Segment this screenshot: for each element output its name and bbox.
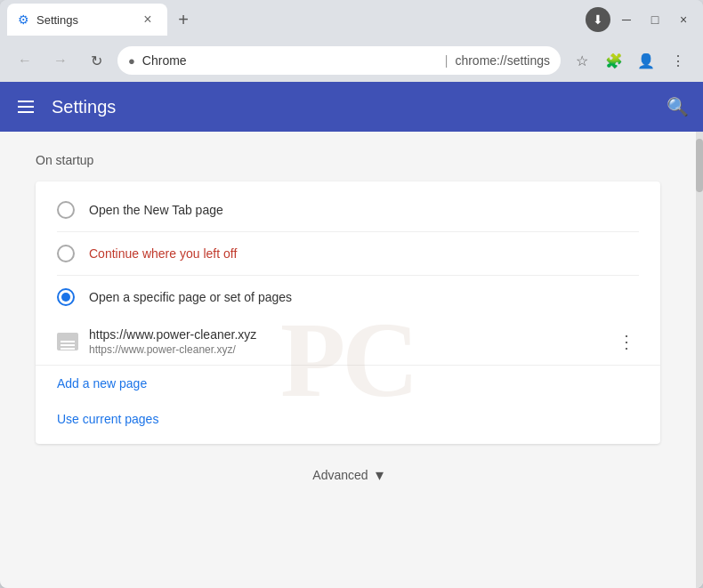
refresh-button[interactable]: ↻ [82, 46, 110, 75]
options-card: Open the New Tab page Continue where you… [36, 181, 660, 444]
menu-icon[interactable]: ⋮ [664, 46, 692, 75]
url-more-button[interactable]: ⋮ [614, 329, 639, 354]
settings-header: Settings 🔍 [0, 82, 703, 132]
radio-circle-continue [57, 245, 75, 262]
radio-label-new-tab: Open the New Tab page [89, 203, 223, 217]
avatar-icon[interactable]: 👤 [632, 46, 660, 75]
titlebar: ⚙ Settings × + ⬇ ─ □ × [0, 0, 703, 39]
url-texts: https://www.power-cleaner.xyz https://ww… [89, 327, 603, 356]
tab-favicon: ⚙ [18, 12, 29, 27]
scrollbar-thumb[interactable] [696, 139, 703, 192]
advanced-row[interactable]: Advanced ▾ [36, 465, 660, 485]
section-title: On startup [36, 153, 660, 167]
advanced-arrow-icon: ▾ [376, 465, 384, 485]
advanced-label: Advanced [312, 468, 368, 482]
url-title: https://www.power-cleaner.xyz [89, 327, 603, 342]
address-box[interactable]: ● Chrome | chrome://settings [117, 46, 561, 75]
radio-option-specific[interactable]: Open a specific page or set of pages [36, 276, 660, 318]
close-button[interactable]: × [671, 7, 696, 32]
radio-label-specific: Open a specific page or set of pages [89, 290, 292, 304]
radio-circle-new-tab [57, 201, 75, 219]
maximize-button[interactable]: □ [642, 7, 667, 32]
scrollbar[interactable] [696, 132, 703, 588]
main-content: PC On startup Open the New Tab page Cont… [0, 132, 696, 588]
extensions-icon[interactable]: 🧩 [600, 46, 628, 75]
url-entry: https://www.power-cleaner.xyz https://ww… [36, 318, 660, 366]
forward-button[interactable]: → [46, 46, 75, 75]
radio-circle-specific [57, 288, 75, 306]
use-current-pages-button[interactable]: Use current pages [36, 401, 660, 437]
browser-window: ⚙ Settings × + ⬇ ─ □ × ← → ↻ ● Chrome | … [0, 0, 703, 588]
bookmark-icon[interactable]: ☆ [568, 46, 596, 75]
toolbar-icons: ☆ 🧩 👤 ⋮ [568, 46, 692, 75]
url-subtitle: https://www.power-cleaner.xyz/ [89, 343, 603, 356]
download-button[interactable]: ⬇ [586, 7, 610, 32]
address-url: chrome://settings [455, 53, 550, 68]
hamburger-menu[interactable] [14, 97, 37, 117]
minimize-button[interactable]: ─ [614, 7, 639, 32]
tab-close-button[interactable]: × [139, 11, 157, 28]
back-button[interactable]: ← [11, 46, 39, 75]
addressbar: ← → ↻ ● Chrome | chrome://settings ☆ 🧩 👤… [0, 39, 703, 82]
active-tab[interactable]: ⚙ Settings × [7, 4, 167, 36]
settings-page-title: Settings [52, 97, 652, 117]
new-tab-button[interactable]: + [171, 7, 196, 32]
radio-option-continue[interactable]: Continue where you left off [36, 232, 660, 275]
window-controls: ─ □ × [614, 7, 696, 32]
radio-option-new-tab[interactable]: Open the New Tab page [36, 189, 660, 231]
address-favicon: ● [128, 54, 135, 68]
add-new-page-button[interactable]: Add a new page [36, 366, 660, 401]
address-separator: | [445, 53, 448, 68]
url-icon [57, 333, 78, 350]
tab-title: Settings [36, 13, 132, 27]
content-wrapper: PC On startup Open the New Tab page Cont… [0, 132, 703, 588]
browser-name: Chrome [142, 53, 438, 68]
radio-label-continue: Continue where you left off [89, 246, 237, 261]
search-icon[interactable]: 🔍 [667, 96, 689, 117]
